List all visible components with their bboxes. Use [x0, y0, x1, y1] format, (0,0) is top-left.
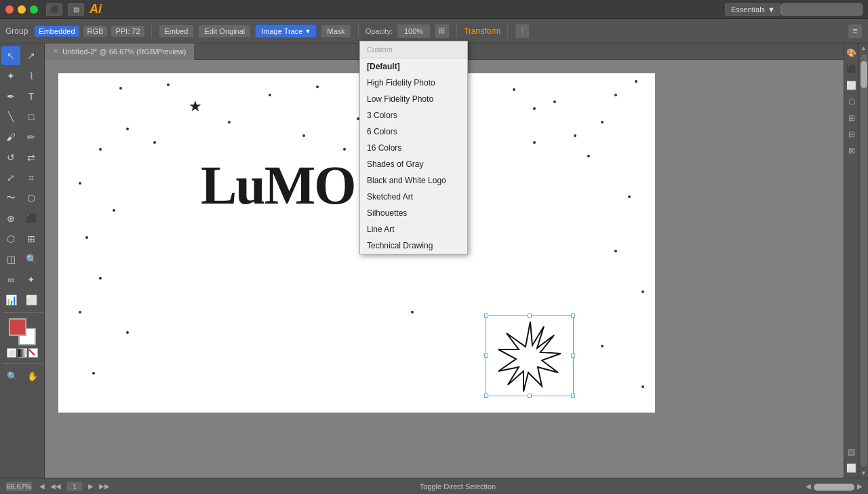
- close-button[interactable]: [5, 5, 14, 14]
- handle-mr: [571, 354, 575, 358]
- separator: [151, 24, 152, 38]
- shear-tool[interactable]: ⌗: [22, 168, 41, 187]
- artboards-icon[interactable]: ⬜: [845, 461, 859, 475]
- chevron-down-icon: ▼: [768, 5, 775, 14]
- scroll-thumb[interactable]: [861, 61, 867, 88]
- fill-color-box[interactable]: [9, 318, 26, 336]
- layers-icon[interactable]: ▤: [845, 445, 859, 459]
- artboard-tool[interactable]: ⬜: [22, 290, 41, 309]
- layout-icon[interactable]: ▤: [68, 3, 84, 16]
- image-trace-button[interactable]: Image Trace ▼: [255, 24, 317, 38]
- blend-tool[interactable]: ∞: [1, 270, 20, 289]
- embed-button[interactable]: Embed: [159, 24, 195, 38]
- swatches-icon[interactable]: ⬛: [845, 62, 859, 76]
- maximize-button[interactable]: [30, 5, 38, 14]
- dropdown-item-technical-drawing[interactable]: Technical Drawing: [360, 238, 467, 254]
- dropdown-item-low-fidelity[interactable]: Low Fidelity Photo: [360, 91, 467, 107]
- edit-original-button[interactable]: Edit Original: [198, 24, 251, 38]
- align-icon[interactable]: ⊞: [435, 24, 450, 39]
- dropdown-item-high-fidelity[interactable]: High Fidelity Photo: [360, 75, 467, 91]
- search-input[interactable]: [781, 3, 863, 16]
- transform-button[interactable]: Transform: [464, 26, 500, 36]
- last-page-btn[interactable]: ▶▶: [99, 482, 110, 490]
- dropdown-item-default[interactable]: [Default]: [360, 58, 467, 75]
- dot: [635, 80, 637, 83]
- gradient-icon[interactable]: [18, 348, 27, 358]
- live-paint-tool[interactable]: ⬛: [22, 209, 41, 228]
- zoom-input[interactable]: [5, 481, 33, 492]
- dot: [601, 121, 604, 124]
- panel-options-icon[interactable]: ≡: [848, 24, 863, 39]
- dropdown-item-shades-gray[interactable]: Shades of Gray: [360, 156, 467, 172]
- type-tool[interactable]: T: [22, 87, 41, 106]
- dropdown-item-6colors[interactable]: 6 Colors: [360, 124, 467, 140]
- dot: [126, 331, 129, 334]
- dropdown-item-line-art[interactable]: Line Art: [360, 221, 467, 238]
- direct-select-tool[interactable]: ↗: [22, 46, 41, 65]
- scroll-right-btn[interactable]: ▶: [857, 482, 863, 490]
- scroll-down-arrow[interactable]: ▼: [859, 468, 869, 478]
- free-transform-tool[interactable]: ⬡: [22, 189, 41, 208]
- dot: [85, 236, 88, 239]
- vertical-scrollbar[interactable]: ▲ ▼: [859, 43, 868, 478]
- column-graph-tool[interactable]: 📊: [1, 290, 20, 309]
- lasso-tool[interactable]: ⌇: [22, 66, 41, 86]
- handle-tl: [484, 314, 488, 318]
- tab-close-icon[interactable]: ✕: [53, 48, 58, 55]
- page-input[interactable]: [66, 481, 83, 492]
- opacity-input[interactable]: 100%: [397, 24, 431, 39]
- dropdown-item-16colors[interactable]: 16 Colors: [360, 140, 467, 156]
- pen-tool[interactable]: ✒: [1, 87, 20, 106]
- essentials-button[interactable]: Essentials ▼: [725, 3, 781, 16]
- dropdown-item-3colors[interactable]: 3 Colors: [360, 107, 467, 124]
- mesh-tool[interactable]: ⊞: [22, 229, 41, 248]
- magic-wand-tool[interactable]: ✦: [1, 66, 20, 86]
- h-scroll-thumb[interactable]: [814, 484, 854, 491]
- rotate-tool[interactable]: ↺: [1, 148, 20, 167]
- line-tool[interactable]: ╲: [1, 107, 20, 126]
- tool-divider-2: [3, 363, 43, 364]
- rect-tool[interactable]: □: [22, 107, 41, 126]
- shape-builder-tool[interactable]: ⊕: [1, 209, 20, 228]
- gradient-tool[interactable]: ◫: [1, 250, 20, 269]
- pattern-icon[interactable]: [28, 348, 38, 358]
- hand-tool[interactable]: ✋: [23, 366, 42, 385]
- warp-tool[interactable]: 〜: [1, 189, 20, 208]
- prev-page-btn[interactable]: ◀: [39, 482, 45, 490]
- dot: [614, 250, 617, 252]
- next-page-btn[interactable]: ▶: [88, 482, 94, 490]
- symbol-tool[interactable]: ✦: [22, 270, 41, 289]
- scroll-up-arrow[interactable]: ▲: [859, 43, 869, 53]
- artboard: ★ LuMO: [58, 73, 655, 413]
- horizontal-scrollbar[interactable]: [814, 483, 854, 490]
- dot: [533, 107, 536, 110]
- symbols-icon[interactable]: ⬡: [845, 95, 859, 109]
- pathfinder-icon[interactable]: ⊠: [845, 144, 859, 157]
- eyedropper-tool[interactable]: 🔍: [22, 250, 41, 269]
- first-page-btn[interactable]: ◀◀: [50, 482, 61, 490]
- brushes-icon[interactable]: ⬜: [845, 79, 859, 92]
- scroll-left-btn[interactable]: ◀: [806, 482, 811, 490]
- reflect-tool[interactable]: ⇄: [22, 148, 41, 167]
- zoom-tool[interactable]: 🔍: [3, 366, 22, 385]
- paintbrush-tool[interactable]: 🖌: [1, 128, 20, 147]
- align-panel-icon[interactable]: ⊟: [845, 128, 859, 141]
- transform-panel-icon[interactable]: ⊞: [845, 111, 859, 125]
- zoom-control: [5, 481, 34, 492]
- mask-button[interactable]: Mask: [321, 24, 351, 38]
- document-tab[interactable]: ✕ Untitled-2* @ 66.67% (RGB/Preview): [45, 43, 195, 60]
- minimize-button[interactable]: [18, 5, 26, 14]
- dropdown-item-sketched-art[interactable]: Sketched Art: [360, 189, 467, 205]
- align-distribute-icon[interactable]: ⋮: [515, 24, 530, 39]
- select-tool[interactable]: ↖: [1, 46, 20, 65]
- dot: [411, 311, 414, 314]
- scroll-track[interactable]: [861, 54, 867, 467]
- scale-tool[interactable]: ⤢: [1, 168, 20, 187]
- dropdown-item-bw-logo[interactable]: Black and White Logo: [360, 172, 467, 189]
- perspective-tool[interactable]: ⬡: [1, 229, 20, 248]
- dropdown-item-silhouettes[interactable]: Silhouettes: [360, 205, 467, 221]
- color-panel-icon[interactable]: 🎨: [845, 46, 859, 60]
- screen-icon[interactable]: ⬛: [46, 3, 62, 16]
- pencil-tool[interactable]: ✏: [22, 128, 41, 147]
- none-icon[interactable]: ⬜: [7, 348, 16, 358]
